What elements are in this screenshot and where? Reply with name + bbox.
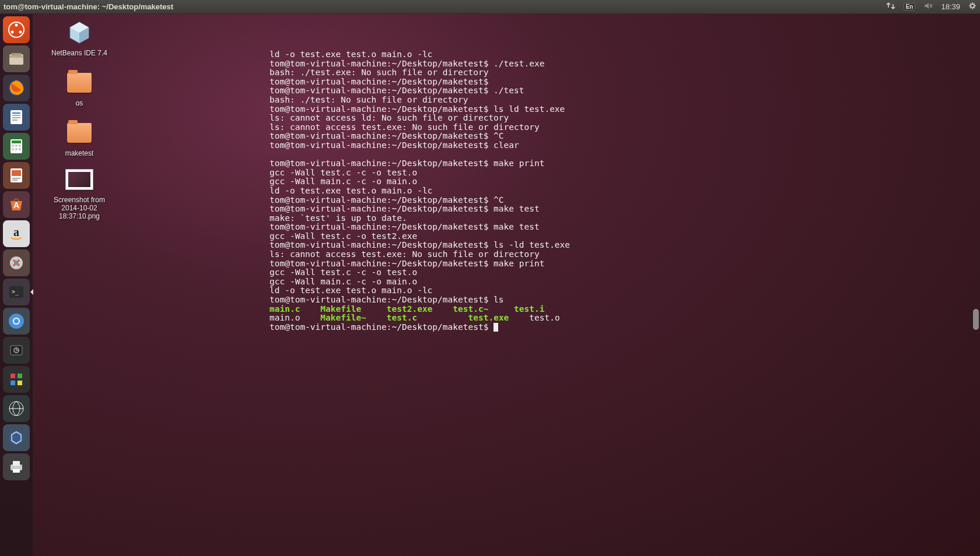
amazon-icon[interactable]: a: [3, 220, 30, 247]
terminal-scrollbar[interactable]: [973, 309, 979, 330]
terminal-line: tom@tom-virtual-machine:~/Desktop/makete…: [270, 196, 980, 205]
desktop-icon-label: os: [44, 99, 114, 107]
terminal-line: make: `test' is up to date.: [270, 214, 980, 223]
desktop-icon-os[interactable]: os: [44, 69, 114, 107]
desktop-icon-label: NetBeans IDE 7.4: [44, 49, 114, 57]
terminal-line: tom@tom-virtual-machine:~/Desktop/makete…: [270, 205, 980, 214]
terminal-line: tom@tom-virtual-machine:~/Desktop/makete…: [270, 141, 980, 150]
terminal-line: gcc -Wall test.c -o test2.exe: [270, 232, 980, 241]
svg-point-5: [11, 31, 14, 34]
files-icon[interactable]: [3, 45, 30, 72]
settings-icon[interactable]: [3, 249, 30, 276]
keyboard-indicator[interactable]: En: [904, 3, 916, 10]
top-panel: tom@tom-virtual-machine: ~/Desktop/maket…: [0, 0, 980, 14]
svg-rect-42: [18, 381, 22, 385]
writer-icon[interactable]: [3, 104, 30, 131]
svg-point-2: [971, 4, 974, 8]
terminal-line: tom@tom-virtual-machine:~/Desktop/makete…: [270, 159, 980, 168]
desktop-icon-label: maketest: [44, 149, 114, 157]
svg-rect-20: [19, 145, 21, 147]
desktop-icon-label: Screenshot from 2014-10-02 18:37:10.png: [44, 196, 114, 220]
svg-text:>_: >_: [12, 288, 19, 295]
terminal-line: tom@tom-virtual-machine:~/Desktop/makete…: [270, 259, 980, 269]
terminal-cursor: [494, 323, 498, 332]
terminal-line: [270, 150, 980, 160]
app-lens-icon[interactable]: [3, 395, 30, 422]
svg-text:A: A: [13, 200, 19, 210]
svg-point-4: [15, 24, 18, 27]
svg-rect-25: [12, 170, 21, 176]
svg-rect-21: [12, 148, 14, 150]
svg-rect-22: [15, 148, 18, 150]
terminal-icon[interactable]: >_: [3, 279, 30, 305]
terminal-line: tom@tom-virtual-machine:~/Desktop/makete…: [270, 105, 980, 114]
terminal-line: tom@tom-virtual-machine:~/Desktop/makete…: [270, 132, 980, 141]
terminal-line: bash: ./test: No such file or directory: [270, 96, 980, 105]
terminal-line: ld -o test.exe test.o main.o -lc: [270, 50, 980, 59]
terminal-line: gcc -Wall main.c -c -o main.o: [270, 177, 980, 186]
desktop-icon-netbeans[interactable]: NetBeans IDE 7.4: [44, 19, 114, 57]
gear-icon[interactable]: [968, 2, 977, 12]
impress-icon[interactable]: [3, 162, 30, 189]
desktop-icon-screenshot[interactable]: Screenshot from 2014-10-02 18:37:10.png: [44, 166, 114, 220]
unity-launcher: A a >_: [0, 14, 33, 556]
svg-rect-8: [9, 55, 23, 58]
svg-rect-19: [15, 145, 18, 147]
svg-rect-47: [13, 461, 20, 466]
terminal-line: ld -o test.exe test.o main.o -lc: [270, 186, 980, 196]
desktop-icon-maketest[interactable]: maketest: [44, 119, 114, 157]
svg-rect-40: [18, 374, 22, 378]
svg-rect-41: [10, 381, 15, 385]
svg-point-36: [14, 319, 19, 323]
indicator-area: En 18:39: [886, 2, 977, 12]
svg-rect-48: [13, 469, 20, 473]
dash-icon[interactable]: [3, 16, 30, 43]
window-title: tom@tom-virtual-machine: ~/Desktop/maket…: [4, 2, 173, 11]
clock[interactable]: 18:39: [941, 2, 960, 11]
chromium-icon[interactable]: [3, 308, 30, 335]
terminal-line: bash: ./test.exe: No such file or direct…: [270, 68, 980, 78]
terminal-line: ls: cannot access test.exe: No such file…: [270, 123, 980, 132]
terminal-ls-row: main.c Makefile test2.exe test.c~ test.i: [270, 305, 980, 314]
terminal-line: gcc -Wall test.c -c -o test.o: [270, 168, 980, 178]
terminal-line: tom@tom-virtual-machine:~/Desktop/makete…: [270, 241, 980, 250]
firefox-icon[interactable]: [3, 75, 30, 101]
terminal-line: tom@tom-virtual-machine:~/Desktop/makete…: [270, 295, 980, 305]
terminal-line: tom@tom-virtual-machine:~/Desktop/makete…: [270, 86, 980, 96]
svg-rect-39: [10, 374, 15, 378]
svg-rect-18: [12, 145, 14, 147]
app-grid-icon[interactable]: [3, 366, 30, 393]
software-center-icon[interactable]: A: [3, 191, 30, 218]
svg-point-6: [19, 31, 22, 34]
terminal-output[interactable]: ld -o test.exe test.o main.o -lctom@tom-…: [270, 14, 980, 332]
svg-rect-11: [10, 110, 22, 124]
network-icon[interactable]: [886, 2, 895, 12]
svg-rect-9: [12, 53, 21, 55]
calc-icon[interactable]: [3, 133, 30, 160]
svg-text:a: a: [13, 226, 19, 238]
terminal-line: tom@tom-virtual-machine:~/Desktop/makete…: [270, 223, 980, 232]
svg-point-31: [14, 261, 19, 265]
svg-rect-17: [12, 140, 21, 143]
terminal-line: ld -o test.exe test.o main.o -lc: [270, 286, 980, 295]
app-netbeans-launcher-icon[interactable]: [3, 424, 30, 451]
terminal-line: ls: cannot access ld: No such file or di…: [270, 114, 980, 123]
terminal-line: tom@tom-virtual-machine:~/Desktop/makete…: [270, 59, 980, 69]
terminal-line: ls: cannot access test.exe: No such file…: [270, 250, 980, 259]
volume-icon[interactable]: [923, 2, 933, 12]
terminal-line: gcc -Wall main.c -c -o main.o: [270, 277, 980, 287]
backup-icon[interactable]: [3, 337, 30, 364]
terminal-prompt[interactable]: tom@tom-virtual-machine:~/Desktop/makete…: [270, 323, 980, 332]
printer-icon[interactable]: [3, 453, 30, 480]
terminal-ls-row: main.o Makefile~ test.c test.exe test.o: [270, 314, 980, 323]
terminal-line: tom@tom-virtual-machine:~/Desktop/makete…: [270, 78, 980, 87]
svg-rect-23: [19, 148, 21, 150]
terminal-line: gcc -Wall test.c -c -o test.o: [270, 268, 980, 277]
